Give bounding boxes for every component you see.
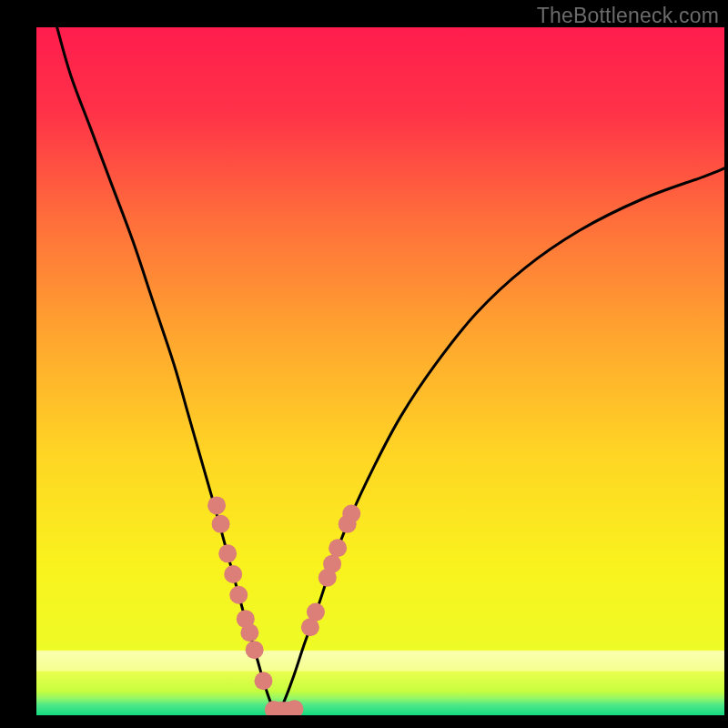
scatter-point [224, 565, 242, 583]
scatter-point [323, 555, 341, 573]
scatter-point [307, 603, 325, 622]
scatter-point [342, 504, 360, 522]
gradient-background [36, 27, 724, 715]
chart-frame: TheBottleneck.com [0, 0, 728, 728]
watermark-text: TheBottleneck.com [537, 4, 719, 28]
scatter-point [329, 539, 347, 557]
scatter-point [229, 586, 248, 604]
scatter-point [240, 623, 258, 642]
plot-area [36, 27, 724, 715]
scatter-point [212, 515, 230, 533]
chart-svg [36, 27, 724, 715]
scatter-point [246, 641, 264, 659]
scatter-point [207, 496, 226, 514]
scatter-point [254, 672, 272, 690]
scatter-point [218, 544, 237, 562]
